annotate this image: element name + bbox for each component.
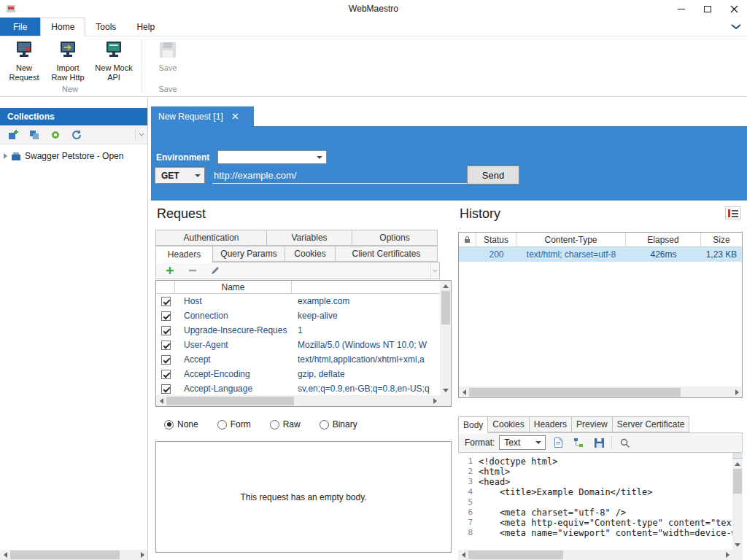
radio-form[interactable]: Form xyxy=(217,419,251,429)
scroll-right-button[interactable] xyxy=(430,396,440,406)
ribbon-tab-file[interactable]: File xyxy=(0,18,40,36)
new-collection-button[interactable] xyxy=(5,127,21,143)
add-header-button[interactable] xyxy=(162,262,178,279)
header-enabled-checkbox[interactable] xyxy=(161,297,171,306)
scroll-left-button[interactable] xyxy=(459,387,469,397)
scrollbar-thumb[interactable] xyxy=(166,397,294,405)
header-enabled-checkbox[interactable] xyxy=(161,311,171,321)
scrollbar-thumb[interactable] xyxy=(469,388,681,397)
tab-options[interactable]: Options xyxy=(352,230,438,246)
header-value-cell[interactable]: sv,en;q=0.9,en-GB;q=0.8,en-US;q xyxy=(292,384,440,394)
table-row[interactable]: Host example.com xyxy=(156,294,440,308)
tab-variables[interactable]: Variables xyxy=(266,230,352,246)
ribbon-collapse-button[interactable] xyxy=(731,18,747,36)
header-enabled-checkbox[interactable] xyxy=(161,341,171,350)
header-value-cell[interactable]: gzip, deflate xyxy=(292,369,440,379)
close-button[interactable] xyxy=(721,0,747,18)
radio-binary[interactable]: Binary xyxy=(320,419,357,429)
tab-authentication[interactable]: Authentication xyxy=(155,230,267,246)
toolbar-overflow-button[interactable] xyxy=(135,129,144,141)
response-body-editor[interactable]: 1<!doctype html> 2<html> 3<head> 4 <titl… xyxy=(458,453,743,560)
tab-client-certificates[interactable]: Client Certificates xyxy=(335,246,438,262)
header-name-cell[interactable]: Upgrade-Insecure-Reques xyxy=(175,325,292,335)
radio-none[interactable]: None xyxy=(164,419,198,429)
table-row[interactable]: Accept-Language sv,en;q=0.9,en-GB;q=0.8,… xyxy=(156,381,440,395)
document-tab[interactable]: New Request [1] xyxy=(151,106,254,126)
send-button[interactable]: Send xyxy=(467,166,519,184)
tab-preview[interactable]: Preview xyxy=(571,416,613,432)
size-column-header[interactable]: Size xyxy=(701,233,742,246)
table-row[interactable]: Connection keep-alive xyxy=(156,308,440,323)
header-value-column[interactable] xyxy=(292,281,451,293)
tree-item-swagger-petstore[interactable]: Swagger Petstore - Open xyxy=(0,148,147,164)
scroll-right-button[interactable] xyxy=(722,550,732,560)
header-enabled-checkbox[interactable] xyxy=(161,370,171,379)
environment-select[interactable] xyxy=(217,150,327,164)
header-name-cell[interactable]: Accept-Encoding xyxy=(175,369,292,379)
save-button[interactable]: Save xyxy=(147,38,189,85)
header-value-cell[interactable]: 1 xyxy=(292,325,440,335)
ribbon-tab-home[interactable]: Home xyxy=(40,18,85,36)
table-row[interactable]: Accept text/html,application/xhtml+xml,a xyxy=(156,352,440,367)
save-response-button[interactable] xyxy=(591,435,607,451)
search-button[interactable] xyxy=(616,435,632,451)
tab-body[interactable]: Body xyxy=(458,416,488,434)
scroll-right-button[interactable] xyxy=(732,387,742,397)
tab-headers[interactable]: Headers xyxy=(155,246,213,263)
scroll-up-button[interactable] xyxy=(441,281,451,291)
remove-header-button[interactable] xyxy=(185,262,201,279)
ribbon-tab-help[interactable]: Help xyxy=(126,18,165,36)
scroll-down-button[interactable] xyxy=(441,385,451,395)
tab-cookies[interactable]: Cookies xyxy=(487,416,529,432)
new-request-button[interactable]: New Request xyxy=(3,38,45,85)
header-name-cell[interactable]: Connection xyxy=(175,311,292,321)
close-tab-button[interactable] xyxy=(232,113,239,120)
minimize-button[interactable] xyxy=(668,0,694,18)
environments-button[interactable] xyxy=(47,127,63,143)
import-raw-http-button[interactable]: Import Raw Http xyxy=(47,38,89,85)
maximize-button[interactable] xyxy=(694,0,721,18)
scrollbar-thumb[interactable] xyxy=(441,291,450,324)
scroll-down-button[interactable] xyxy=(732,540,743,550)
header-name-cell[interactable]: Host xyxy=(175,296,292,306)
tab-response-headers[interactable]: Headers xyxy=(529,416,572,432)
ribbon-tab-tools[interactable]: Tools xyxy=(85,18,126,36)
header-value-cell[interactable]: text/html,application/xhtml+xml,a xyxy=(292,354,440,365)
tree-view-button[interactable] xyxy=(570,435,587,451)
edit-header-button[interactable] xyxy=(207,262,223,279)
header-name-cell[interactable]: Accept-Language xyxy=(175,384,292,394)
expander-icon[interactable] xyxy=(4,153,7,159)
scrollbar-thumb[interactable] xyxy=(733,469,742,494)
format-document-button[interactable] xyxy=(550,435,566,451)
url-input[interactable] xyxy=(212,167,469,184)
header-value-cell[interactable]: example.com xyxy=(292,296,440,306)
radio-raw[interactable]: Raw xyxy=(270,419,301,429)
header-name-cell[interactable]: User-Agent xyxy=(175,340,292,350)
new-mock-api-button[interactable]: New Mock API xyxy=(90,38,137,85)
secure-column-header[interactable] xyxy=(459,233,476,246)
header-enabled-checkbox[interactable] xyxy=(161,384,171,394)
scrollbar-thumb[interactable] xyxy=(10,551,120,559)
request-body-area[interactable]: This request has an empty body. xyxy=(155,441,452,553)
header-name-column[interactable]: Name xyxy=(175,281,292,293)
content-type-column-header[interactable]: Content-Type xyxy=(516,233,626,246)
scroll-right-button[interactable] xyxy=(137,550,147,560)
tab-cookies[interactable]: Cookies xyxy=(285,246,336,262)
table-row[interactable]: Upgrade-Insecure-Reques 1 xyxy=(156,323,440,338)
method-select[interactable]: GET xyxy=(155,167,205,184)
header-enabled-checkbox[interactable] xyxy=(161,326,171,335)
import-collection-button[interactable] xyxy=(26,127,42,143)
scroll-left-button[interactable] xyxy=(156,396,166,406)
status-column-header[interactable]: Status xyxy=(476,233,516,246)
elapsed-column-header[interactable]: Elapsed xyxy=(626,233,701,246)
table-row[interactable]: Accept-Encoding gzip, deflate xyxy=(156,367,440,381)
tab-query-params[interactable]: Query Params xyxy=(212,246,285,262)
scroll-up-button[interactable] xyxy=(732,459,743,469)
scroll-left-button[interactable] xyxy=(0,550,10,560)
table-row[interactable]: User-Agent Mozilla/5.0 (Windows NT 10.0;… xyxy=(156,338,440,352)
header-name-cell[interactable]: Accept xyxy=(175,354,292,365)
header-enabled-checkbox[interactable] xyxy=(161,355,171,365)
refresh-button[interactable] xyxy=(69,127,85,143)
header-value-cell[interactable]: Mozilla/5.0 (Windows NT 10.0; W xyxy=(292,340,440,350)
scroll-left-button[interactable] xyxy=(458,550,468,560)
